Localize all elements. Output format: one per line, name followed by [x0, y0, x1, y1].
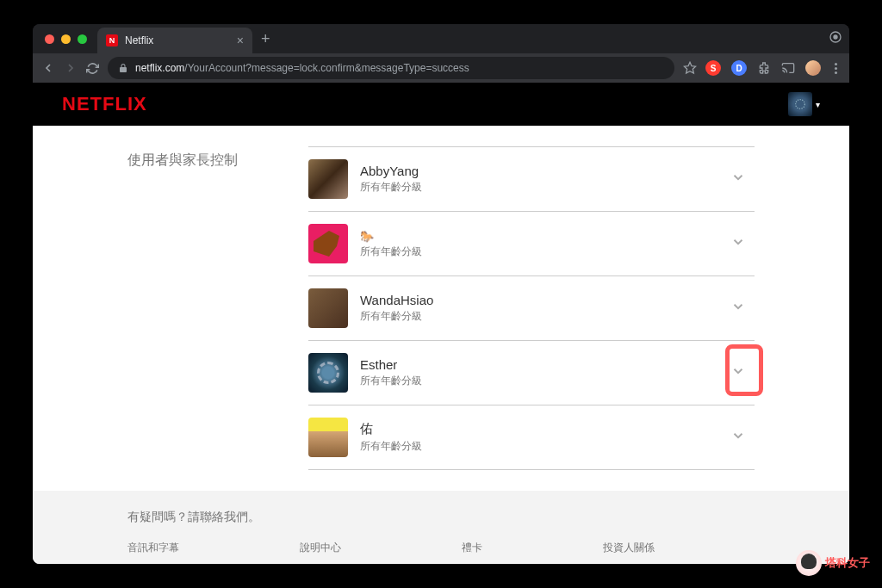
profile-list: AbbyYang所有年齡分級🐎所有年齡分級WandaHsiao所有年齡分級Est… [308, 146, 755, 470]
footer-link[interactable]: 禮卡 [462, 541, 482, 555]
extension-s-icon[interactable]: S [705, 60, 721, 76]
footer-links: 音訊和字幕說明中心禮卡投資人關係 [127, 541, 755, 555]
profile-row[interactable]: AbbyYang所有年齡分級 [308, 147, 755, 212]
header-profile-menu[interactable]: ▾ [788, 92, 820, 116]
profile-avatar [308, 159, 348, 199]
close-tab-icon[interactable]: × [237, 34, 244, 47]
profile-row[interactable]: Esther所有年齡分級 [308, 341, 755, 405]
profile-info: 🐎所有年齡分級 [360, 228, 725, 259]
profile-rating: 所有年齡分級 [360, 180, 725, 195]
profile-name: WandaHsiao [360, 293, 725, 307]
footer-link[interactable]: 投資人關係 [603, 541, 655, 555]
extension-icons: S D [705, 60, 841, 76]
bookmark-star-icon[interactable] [683, 61, 697, 75]
maximize-window-button[interactable] [78, 34, 87, 44]
extensions-menu-icon[interactable] [757, 61, 771, 75]
lock-icon [118, 63, 128, 73]
watermark: 塔科女子 [796, 550, 870, 576]
url-input[interactable]: netflix.com/YourAccount?message=lock.con… [108, 57, 674, 79]
section-label: 使用者與家長控制 [127, 146, 274, 470]
profile-rating: 所有年齡分級 [360, 374, 725, 388]
url-text: netflix.com/YourAccount?message=lock.con… [135, 62, 469, 74]
profile-rating: 所有年齡分級 [360, 439, 725, 454]
profile-name: 佑 [360, 421, 725, 437]
footer: 有疑問嗎？請聯絡我們。 音訊和字幕說明中心禮卡投資人關係 [33, 491, 849, 564]
expand-chevron-icon[interactable] [725, 294, 751, 323]
forward-button[interactable] [64, 61, 78, 75]
profile-row[interactable]: 佑所有年齡分級 [308, 405, 755, 470]
close-window-button[interactable] [45, 34, 54, 44]
netflix-logo[interactable]: NETFLIX [62, 93, 147, 115]
expand-chevron-icon[interactable] [725, 164, 751, 194]
watermark-icon [796, 550, 822, 576]
media-control-icon[interactable] [829, 30, 842, 47]
new-tab-button[interactable]: + [252, 30, 279, 48]
caret-down-icon: ▾ [816, 100, 820, 109]
watermark-text: 塔科女子 [825, 555, 870, 571]
profile-avatar [308, 288, 348, 328]
expand-chevron-icon[interactable] [725, 358, 751, 387]
profile-avatar [308, 353, 348, 393]
footer-link[interactable]: 說明中心 [300, 541, 341, 555]
profile-info: Esther所有年齡分級 [360, 357, 725, 388]
profile-avatar [308, 418, 348, 457]
browser-tab[interactable]: N Netflix × [97, 28, 252, 53]
profile-avatar [308, 224, 348, 263]
profile-rating: 所有年齡分級 [360, 309, 725, 324]
profile-info: AbbyYang所有年齡分級 [360, 164, 725, 195]
cast-icon[interactable] [781, 61, 795, 75]
profile-name: Esther [360, 357, 725, 372]
svg-marker-2 [684, 62, 695, 73]
profile-name: 🐎 [360, 228, 725, 243]
minimize-window-button[interactable] [61, 34, 71, 44]
address-bar: netflix.com/YourAccount?message=lock.con… [33, 53, 849, 83]
netflix-favicon: N [106, 34, 118, 46]
profile-info: 佑所有年齡分級 [360, 421, 725, 454]
svg-point-1 [834, 35, 837, 39]
expand-chevron-icon[interactable] [725, 423, 751, 452]
tab-bar: N Netflix × + [33, 24, 849, 53]
profile-row[interactable]: 🐎所有年齡分級 [308, 212, 755, 276]
profile-avatar-icon[interactable] [805, 60, 821, 76]
footer-link[interactable]: 音訊和字幕 [127, 541, 179, 555]
account-body: 使用者與家長控制 AbbyYang所有年齡分級🐎所有年齡分級WandaHsiao… [33, 126, 849, 491]
profile-name: AbbyYang [360, 164, 725, 178]
profile-row[interactable]: WandaHsiao所有年齡分級 [308, 276, 755, 341]
profile-info: WandaHsiao所有年齡分級 [360, 293, 725, 324]
window-controls [40, 34, 97, 44]
page-viewport: NETFLIX ▾ 使用者與家長控制 AbbyYang所有年齡分級🐎所有年齡分級… [33, 83, 849, 564]
browser-menu-icon[interactable] [831, 63, 841, 74]
profile-rating: 所有年齡分級 [360, 244, 725, 259]
reload-button[interactable] [86, 62, 99, 75]
svg-point-4 [796, 100, 805, 109]
extension-d-icon[interactable]: D [731, 60, 747, 76]
netflix-header: NETFLIX ▾ [33, 83, 849, 126]
browser-window: N Netflix × + netflix.com/YourAccount?me… [33, 24, 849, 564]
back-button[interactable] [41, 61, 55, 75]
footer-contact-link[interactable]: 有疑問嗎？請聯絡我們。 [127, 510, 755, 525]
tab-title: Netflix [125, 34, 230, 46]
expand-chevron-icon[interactable] [725, 229, 751, 258]
header-avatar-icon [788, 92, 812, 116]
